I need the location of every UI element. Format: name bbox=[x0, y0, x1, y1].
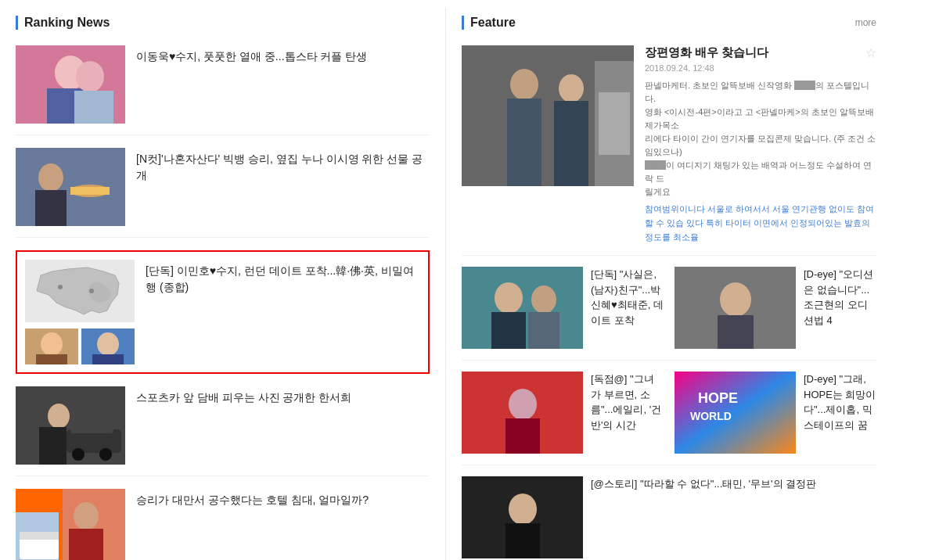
svg-point-3 bbox=[76, 61, 104, 92]
feature-col-title-2a: [독점@] "그녀가 부르면, 소름"...에일리, '건반'의 시간 bbox=[591, 372, 664, 433]
ranking-news-header: Ranking News bbox=[16, 16, 430, 34]
svg-rect-44 bbox=[528, 312, 559, 349]
svg-point-41 bbox=[495, 282, 523, 314]
feature-top-img-svg bbox=[462, 45, 634, 186]
svg-rect-4 bbox=[74, 91, 113, 124]
feature-col-text-2a: [독점@] "그녀가 부르면, 소름"...에일리, '건반'의 시간 bbox=[591, 372, 664, 454]
feature-col-2a[interactable]: [독점@] "그녀가 부르면, 소름"...에일리, '건반'의 시간 bbox=[462, 372, 664, 454]
feature-top-desc: 판넬마케터. 초보인 알뜩보배 신작영화 ■■■■의 포스텔입니다. 영화 <이… bbox=[645, 79, 876, 199]
news-text-1: 이동욱♥수지, 풋풋한 열애 중...톱스타 커플 탄생 bbox=[136, 45, 430, 65]
feature-col-3a[interactable]: [@스토리] "따라할 수 없다"...태민, '무브'의 결정판 bbox=[462, 476, 876, 558]
news-item-5[interactable]: 승리가 대만서 공수했다는 호텔 침대, 얼마일까? bbox=[16, 489, 430, 560]
feature-top-links[interactable]: 참여범위이니다 서울로 하여서서 서울 연기관행 없이도 참여할 수 있습 있다… bbox=[645, 203, 876, 244]
news-title-1: 이동욱♥수지, 풋풋한 열애 중...톱스타 커플 탄생 bbox=[136, 48, 430, 65]
feature-col-1b[interactable]: [D-eye] "오디션은 없습니다"...조근현의 오디션법 4 bbox=[675, 267, 876, 349]
feature-img-svg-1a bbox=[462, 267, 583, 349]
sub-thumb-img-3b bbox=[81, 328, 135, 364]
news-sub-thumb-3a bbox=[25, 328, 78, 364]
feature-section: Feature more 장편영화 배우 bbox=[446, 8, 892, 560]
bookmark-icon[interactable]: ☆ bbox=[865, 45, 876, 60]
feature-img-svg-2b: HOPE WORLD bbox=[675, 372, 796, 454]
news-text-5: 승리가 대만서 공수했다는 호텔 침대, 얼마일까? bbox=[136, 489, 430, 508]
svg-point-46 bbox=[720, 282, 751, 317]
news-item-3-highlight[interactable]: [단독] 이민호♥수지, 런던 데이트 포착...韓·佛·英, 비밀여행 (종합… bbox=[16, 250, 430, 374]
feature-col-img-3a bbox=[462, 476, 583, 558]
svg-rect-18 bbox=[92, 354, 124, 364]
svg-rect-15 bbox=[36, 354, 67, 364]
feature-col-2b[interactable]: HOPE WORLD [D-eye] "그래, HOPE는 희망이다"...제이… bbox=[675, 372, 876, 454]
svg-rect-39 bbox=[599, 92, 630, 155]
news-sub-thumbs-3 bbox=[25, 328, 135, 364]
news-item-4[interactable]: 스포츠카 앞 담배 피우는 사진 공개한 한서희 bbox=[16, 386, 430, 476]
svg-point-12 bbox=[89, 289, 94, 293]
news-title-5: 승리가 대만서 공수했다는 호텔 침대, 얼마일까? bbox=[136, 492, 430, 508]
news-thumb-4 bbox=[16, 386, 125, 465]
feature-img-svg-2a bbox=[462, 372, 583, 454]
svg-point-36 bbox=[559, 74, 584, 102]
feature-row-1: [단독] "사실은, (남자)친구"...박신혜♥최태준, 데이트 포착 [D-… bbox=[462, 267, 876, 361]
svg-rect-42 bbox=[491, 312, 526, 349]
news-item-2[interactable]: [N컷]'나혼자산다' 빅뱅 승리, 옆집 누나 이시영 위한 선물 공개 bbox=[16, 148, 430, 238]
news-thumb-img-4 bbox=[16, 386, 125, 465]
news-title-3: [단독] 이민호♥수지, 런던 데이트 포착...韓·佛·英, 비밀여행 (종합… bbox=[146, 263, 420, 296]
svg-rect-50 bbox=[505, 418, 540, 454]
svg-point-14 bbox=[41, 332, 63, 356]
feature-top-date: 2018.09.24. 12:48 bbox=[645, 63, 876, 73]
svg-point-28 bbox=[74, 502, 99, 530]
feature-top-img bbox=[462, 45, 634, 186]
svg-rect-32 bbox=[20, 532, 59, 540]
svg-point-24 bbox=[72, 448, 85, 461]
svg-text:WORLD: WORLD bbox=[690, 410, 732, 422]
feature-col-title-1b: [D-eye] "오디션은 없습니다"...조근현의 오디션법 4 bbox=[804, 267, 876, 328]
svg-rect-57 bbox=[505, 523, 540, 558]
svg-rect-47 bbox=[718, 315, 754, 349]
ranking-news-title: Ranking News bbox=[16, 16, 110, 30]
svg-rect-21 bbox=[39, 427, 67, 465]
svg-rect-9 bbox=[70, 187, 110, 195]
news-sub-thumb-3b bbox=[81, 328, 135, 364]
news-thumb-img-2 bbox=[16, 148, 125, 226]
news-thumb-2 bbox=[16, 148, 125, 226]
svg-rect-7 bbox=[35, 190, 67, 226]
feature-col-img-1b bbox=[675, 267, 796, 349]
feature-col-text-3a: [@스토리] "따라할 수 없다"...태민, '무브'의 결정판 bbox=[591, 476, 876, 558]
svg-text:HOPE: HOPE bbox=[698, 390, 738, 406]
feature-col-text-2b: [D-eye] "그래, HOPE는 희망이다"...제이홉, 믹스테이프의 꿈 bbox=[804, 372, 876, 454]
map-svg bbox=[25, 260, 135, 322]
feature-col-img-1a bbox=[462, 267, 583, 349]
news-text-4: 스포츠카 앞 담배 피우는 사진 공개한 한서희 bbox=[136, 386, 430, 406]
svg-point-20 bbox=[48, 404, 70, 429]
feature-header: Feature more bbox=[462, 16, 876, 34]
news-thumb-5 bbox=[16, 489, 125, 560]
svg-rect-23 bbox=[70, 422, 113, 433]
news-title-2: [N컷]'나혼자산다' 빅뱅 승리, 옆집 누나 이시영 위한 선물 공개 bbox=[136, 151, 430, 184]
news-text-3: [단독] 이민호♥수지, 런던 데이트 포착...韓·佛·英, 비밀여행 (종합… bbox=[146, 260, 420, 296]
feature-more-link[interactable]: more bbox=[855, 17, 876, 28]
feature-row-3: [@스토리] "따라할 수 없다"...태민, '무브'의 결정판 bbox=[462, 476, 876, 560]
feature-title: Feature bbox=[462, 16, 516, 30]
feature-top-title: 장편영화 배우 찾습니다 bbox=[645, 45, 768, 60]
feature-col-title-3a: [@스토리] "따라할 수 없다"...태민, '무브'의 결정판 bbox=[591, 476, 876, 492]
svg-rect-35 bbox=[507, 99, 541, 186]
feature-col-text-1b: [D-eye] "오디션은 없습니다"...조근현의 오디션법 4 bbox=[804, 267, 876, 349]
news-map-thumb bbox=[25, 260, 135, 322]
ranking-news-section: Ranking News 이동욱♥수지, 풋풋한 열애 중...톱스타 커플 탄… bbox=[0, 8, 446, 560]
news-title-4: 스포츠카 앞 담배 피우는 사진 공개한 한서희 bbox=[136, 389, 430, 406]
feature-col-img-2b: HOPE WORLD bbox=[675, 372, 796, 454]
feature-col-title-2b: [D-eye] "그래, HOPE는 희망이다"...제이홉, 믹스테이프의 꿈 bbox=[804, 372, 876, 433]
news-thumb-1 bbox=[16, 45, 125, 124]
feature-col-1a[interactable]: [단독] "사실은, (남자)친구"...박신혜♥최태준, 데이트 포착 bbox=[462, 267, 664, 349]
feature-img-svg-1b bbox=[675, 267, 796, 349]
news-thumb-img-1 bbox=[16, 45, 125, 124]
news-text-2: [N컷]'나혼자산다' 빅뱅 승리, 옆집 누나 이시영 위한 선물 공개 bbox=[136, 148, 430, 184]
feature-top-article[interactable]: 장편영화 배우 찾습니다 ☆ 2018.09.24. 12:48 판넬마케터. … bbox=[462, 45, 876, 256]
svg-point-6 bbox=[38, 163, 63, 192]
svg-point-17 bbox=[97, 332, 119, 356]
feature-row-2: [독점@] "그녀가 부르면, 소름"...에일리, '건반'의 시간 bbox=[462, 372, 876, 465]
news-item-1[interactable]: 이동욱♥수지, 풋풋한 열애 중...톱스타 커플 탄생 bbox=[16, 45, 430, 135]
svg-rect-37 bbox=[554, 101, 588, 186]
news-thumb-area-3 bbox=[25, 260, 135, 364]
svg-point-25 bbox=[99, 448, 112, 461]
news-thumb-img-5 bbox=[16, 489, 125, 560]
feature-img-svg-3a bbox=[462, 476, 583, 558]
